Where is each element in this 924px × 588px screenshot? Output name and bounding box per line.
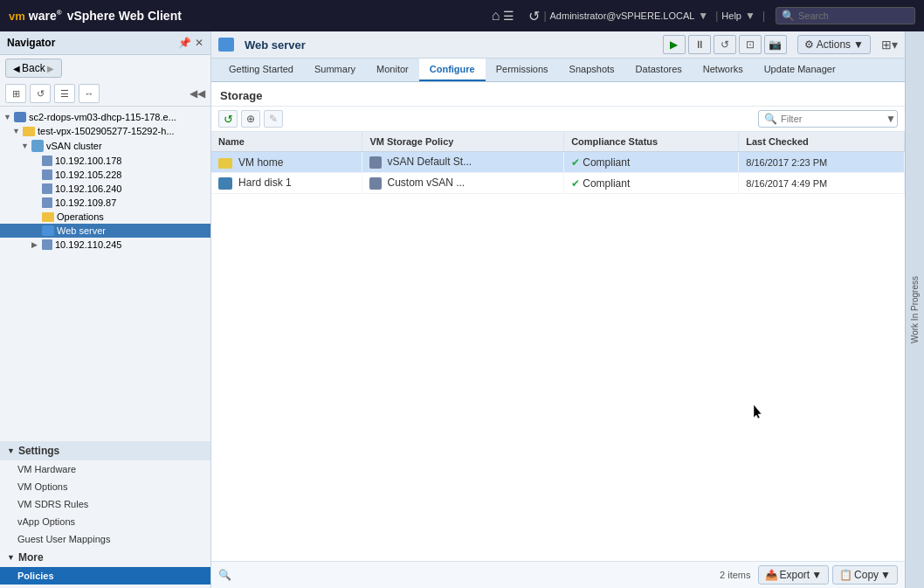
- tab-update-manager[interactable]: Update Manager: [754, 59, 846, 81]
- work-in-progress-label: Work In Progress: [910, 276, 920, 343]
- settings-section: ▼ Settings VM Hardware VM Options VM SDR…: [0, 438, 210, 588]
- back-button[interactable]: ◀ Back ▶: [5, 59, 62, 78]
- copy-arrow-icon: ▼: [880, 569, 891, 581]
- close-icon[interactable]: ✕: [195, 37, 203, 49]
- tab-permissions[interactable]: Permissions: [486, 59, 559, 81]
- user-dropdown-icon[interactable]: ▼: [698, 10, 708, 22]
- view-options-btn[interactable]: ⊞▾: [881, 38, 898, 52]
- help-dropdown-icon[interactable]: ▼: [745, 10, 755, 22]
- search-input[interactable]: [798, 10, 912, 21]
- work-in-progress-panel[interactable]: Work In Progress: [905, 31, 924, 588]
- storage-row-0[interactable]: VM home vSAN Default St... ✔ Compliant 8…: [211, 152, 905, 173]
- topbar: vm ware® vSphere Web Client ⌂ ☰ ↺ | Admi…: [0, 0, 924, 31]
- storage-refresh-icon[interactable]: ↺: [218, 110, 238, 128]
- check-icon-1: ✔: [571, 177, 580, 190]
- tree-item-host3[interactable]: 10.192.106.240: [0, 182, 210, 196]
- storage-add-icon[interactable]: ⊕: [241, 110, 260, 128]
- policy-icon-1: [369, 177, 382, 190]
- tree-item-host5[interactable]: ▶ 10.192.110.245: [0, 238, 210, 252]
- compliance-0: Compliant: [583, 156, 630, 169]
- tree-item-server[interactable]: ▼ sc2-rdops-vm03-dhcp-115-178.e...: [0, 110, 210, 124]
- tab-snapshots[interactable]: Snapshots: [559, 59, 625, 81]
- storage-filter-box[interactable]: 🔍 ▼: [758, 110, 898, 128]
- nav-btn-3[interactable]: ☰: [54, 84, 75, 103]
- tree-item-host2[interactable]: 10.192.105.228: [0, 168, 210, 182]
- settings-item-guest-user[interactable]: Guest User Mappings: [0, 530, 210, 548]
- storage-row-1[interactable]: Hard disk 1 Custom vSAN ... ✔ Compliant …: [211, 173, 905, 194]
- compliance-1: Compliant: [583, 177, 630, 190]
- web-server-icon: [218, 38, 234, 52]
- disk-icon-1: [218, 177, 232, 190]
- navigator-panel: Navigator 📌 ✕ ◀ Back ▶ ⊞ ↺ ☰ ↔ ◀◀ ▼ sc2-…: [0, 31, 211, 588]
- tab-monitor[interactable]: Monitor: [366, 59, 419, 81]
- tab-summary[interactable]: Summary: [304, 59, 366, 81]
- items-count: 2 items: [720, 570, 750, 580]
- filter-dropdown-icon[interactable]: ▼: [886, 113, 896, 125]
- tab-getting-started[interactable]: Getting Started: [218, 59, 304, 81]
- export-arrow-icon: ▼: [811, 569, 822, 581]
- actions-dropdown-icon: ▼: [853, 38, 864, 51]
- nav-btn-2[interactable]: ↺: [30, 84, 51, 103]
- storage-edit-icon[interactable]: ✎: [264, 110, 283, 128]
- copy-button[interactable]: 📋 Copy ▼: [832, 565, 898, 585]
- pin-icon[interactable]: 📌: [178, 37, 191, 49]
- settings-item-vm-sdrs[interactable]: VM SDRS Rules: [0, 495, 210, 513]
- export-label: Export: [780, 569, 810, 581]
- settings-item-vapp[interactable]: vApp Options: [0, 513, 210, 530]
- tree-item-operations[interactable]: Operations: [0, 210, 210, 224]
- content-title: Web server: [245, 38, 658, 52]
- power-on-icon[interactable]: ▶: [663, 35, 686, 54]
- collapse-nav-btn[interactable]: ◀◀: [190, 87, 205, 100]
- tab-datastores[interactable]: Datastores: [625, 59, 693, 81]
- export-button[interactable]: 📤 Export ▼: [758, 565, 830, 585]
- storage-panel: Storage ↺ ⊕ ✎ 🔍 ▼ Name VM Storage Policy: [211, 82, 905, 588]
- console-icon[interactable]: ⊡: [739, 35, 762, 54]
- settings-item-policies[interactable]: Policies: [0, 567, 210, 585]
- policy-name-1: Custom vSAN ...: [388, 176, 465, 189]
- storage-footer: 🔍 2 items 📤 Export ▼ 📋 Copy ▼: [211, 561, 905, 588]
- pause-icon[interactable]: ⏸: [688, 35, 711, 54]
- more-group-header[interactable]: ▼ More: [0, 548, 210, 567]
- tree-item-host4[interactable]: 10.192.109.87: [0, 196, 210, 210]
- actions-button[interactable]: ⚙ Actions ▼: [797, 35, 871, 54]
- nav-btn-1[interactable]: ⊞: [5, 84, 26, 103]
- storage-footer-icon: 🔍: [218, 569, 231, 581]
- search-box[interactable]: 🔍: [776, 7, 915, 24]
- tab-configure[interactable]: Configure: [419, 59, 486, 81]
- tree-item-host1[interactable]: 10.192.100.178: [0, 154, 210, 168]
- restart-icon[interactable]: ↺: [714, 35, 736, 54]
- nav-btn-4[interactable]: ↔: [79, 84, 100, 103]
- col-last-checked[interactable]: Last Checked: [739, 132, 905, 152]
- brand-vm: vm: [9, 10, 25, 23]
- policy-icon-0: [369, 156, 382, 169]
- check-icon-0: ✔: [571, 156, 580, 169]
- tree-item-webserver[interactable]: Web server: [0, 224, 210, 238]
- help-label[interactable]: Help: [721, 10, 741, 21]
- gear-icon: ⚙: [804, 38, 814, 51]
- refresh-icon[interactable]: ↺: [528, 8, 540, 24]
- storage-filter-input[interactable]: [781, 114, 886, 124]
- storage-table-area: Name VM Storage Policy Compliance Status…: [211, 132, 905, 561]
- last-checked-1: 8/16/2017 4:49 PM: [739, 173, 905, 194]
- tree-item-folder[interactable]: ▼ test-vpx-1502905277-15292-h...: [0, 124, 210, 138]
- settings-group-header[interactable]: ▼ Settings: [0, 441, 210, 460]
- nav-icons-bar: ⊞ ↺ ☰ ↔ ◀◀: [0, 81, 210, 107]
- tab-networks[interactable]: Networks: [693, 59, 754, 81]
- settings-item-vm-options[interactable]: VM Options: [0, 478, 210, 495]
- settings-item-vm-hardware[interactable]: VM Hardware: [0, 460, 210, 478]
- navigator-title: Navigator: [7, 37, 55, 49]
- last-checked-0: 8/16/2017 2:23 PM: [739, 152, 905, 173]
- filter-search-icon: 🔍: [764, 113, 777, 125]
- topbar-sep1: |: [543, 10, 546, 22]
- menu-icon[interactable]: ☰: [503, 9, 514, 23]
- col-policy[interactable]: VM Storage Policy: [362, 132, 564, 152]
- snapshot-icon[interactable]: 📷: [764, 35, 787, 54]
- col-name[interactable]: Name: [211, 132, 362, 152]
- tree-item-cluster[interactable]: ▼ vSAN cluster: [0, 138, 210, 154]
- home-icon[interactable]: ⌂: [492, 8, 500, 24]
- tree-area: ▼ sc2-rdops-vm03-dhcp-115-178.e... ▼ tes…: [0, 107, 210, 438]
- search-icon: 🔍: [782, 10, 795, 22]
- col-compliance[interactable]: Compliance Status: [564, 132, 739, 152]
- storage-toolbar: ↺ ⊕ ✎ 🔍 ▼: [211, 107, 905, 132]
- forward-arrow-icon: ▶: [47, 64, 54, 73]
